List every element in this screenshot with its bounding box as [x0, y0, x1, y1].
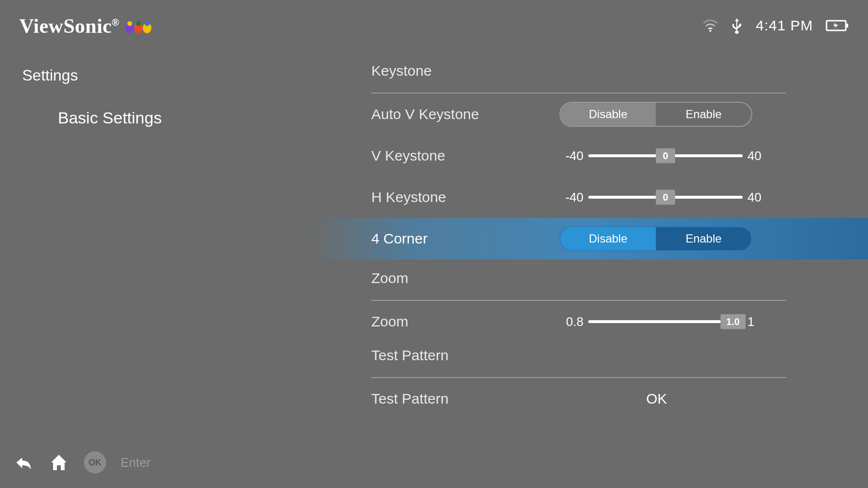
toggle-4-corner[interactable]: Disable Enable — [559, 226, 752, 251]
sidebar-item-basic-settings[interactable]: Basic Settings — [58, 108, 309, 127]
slider-thumb[interactable]: 0 — [656, 190, 675, 205]
slider-min: -40 — [559, 149, 583, 163]
row-v-keystone[interactable]: V Keystone -40 0 40 — [371, 135, 844, 176]
brand-birds-icon — [124, 17, 154, 35]
screen: ViewSonic® Settings Basic Settings — [0, 0, 868, 488]
svg-rect-8 — [846, 24, 848, 27]
section-header-keystone: Keystone — [371, 63, 844, 93]
svg-point-6 — [709, 30, 711, 32]
svg-point-5 — [145, 21, 149, 26]
svg-point-1 — [127, 21, 132, 26]
footer-hints: OK Enter — [13, 451, 150, 474]
slider-track[interactable]: 1.0 — [588, 320, 733, 323]
label-auto-v-keystone: Auto V Keystone — [371, 106, 559, 122]
row-4-corner[interactable]: 4 Corner Disable Enable — [309, 218, 868, 259]
slider-max: 40 — [747, 149, 772, 163]
page-title: Settings — [22, 67, 309, 84]
wifi-icon — [703, 19, 718, 32]
section-header-test-pattern: Test Pattern — [371, 342, 844, 377]
label-zoom: Zoom — [371, 313, 559, 330]
toggle-option-disable[interactable]: Disable — [560, 103, 656, 126]
svg-point-3 — [136, 21, 141, 26]
slider-v-keystone[interactable]: -40 0 40 — [559, 149, 772, 163]
toggle-auto-v-keystone[interactable]: Disable Enable — [559, 102, 752, 127]
home-icon[interactable] — [48, 452, 69, 473]
toggle-option-enable[interactable]: Enable — [656, 103, 751, 126]
slider-zoom[interactable]: 0.8 1.0 1 — [559, 314, 772, 329]
row-test-pattern[interactable]: Test Pattern OK — [371, 378, 844, 420]
brand-logo: ViewSonic® — [19, 14, 309, 38]
content-pane: 4:41 PM Keystone Auto V Keystone Disable… — [309, 0, 868, 488]
clock-time: 4:41 PM — [756, 17, 813, 34]
label-h-keystone: H Keystone — [371, 189, 559, 205]
section-header-zoom: Zoom — [371, 259, 844, 300]
row-h-keystone[interactable]: H Keystone -40 0 40 — [371, 176, 844, 218]
row-auto-v-keystone[interactable]: Auto V Keystone Disable Enable — [371, 94, 844, 135]
enter-hint-label: Enter — [121, 455, 150, 470]
slider-max: 1 — [747, 314, 772, 329]
brand-text: ViewSonic® — [19, 14, 119, 38]
label-test-pattern: Test Pattern — [371, 391, 559, 407]
test-pattern-value[interactable]: OK — [646, 391, 667, 407]
slider-thumb[interactable]: 1.0 — [720, 314, 746, 329]
slider-h-keystone[interactable]: -40 0 40 — [559, 190, 772, 205]
slider-min: 0.8 — [559, 314, 583, 329]
usb-icon — [731, 17, 743, 34]
sidebar: ViewSonic® Settings Basic Settings — [0, 0, 309, 488]
battery-icon — [826, 19, 849, 32]
status-bar: 4:41 PM — [703, 17, 849, 34]
slider-min: -40 — [559, 190, 583, 205]
ok-hint-icon: OK — [84, 451, 106, 474]
slider-max: 40 — [747, 190, 772, 205]
label-v-keystone: V Keystone — [371, 148, 559, 164]
row-zoom[interactable]: Zoom 0.8 1.0 1 — [371, 301, 844, 342]
label-4-corner: 4 Corner — [371, 230, 559, 247]
slider-thumb[interactable]: 0 — [656, 149, 675, 163]
slider-track[interactable]: 0 — [588, 154, 743, 157]
slider-track[interactable]: 0 — [588, 196, 743, 199]
toggle-option-disable[interactable]: Disable — [560, 227, 656, 250]
toggle-option-enable[interactable]: Enable — [656, 227, 751, 250]
back-icon[interactable] — [13, 452, 34, 473]
